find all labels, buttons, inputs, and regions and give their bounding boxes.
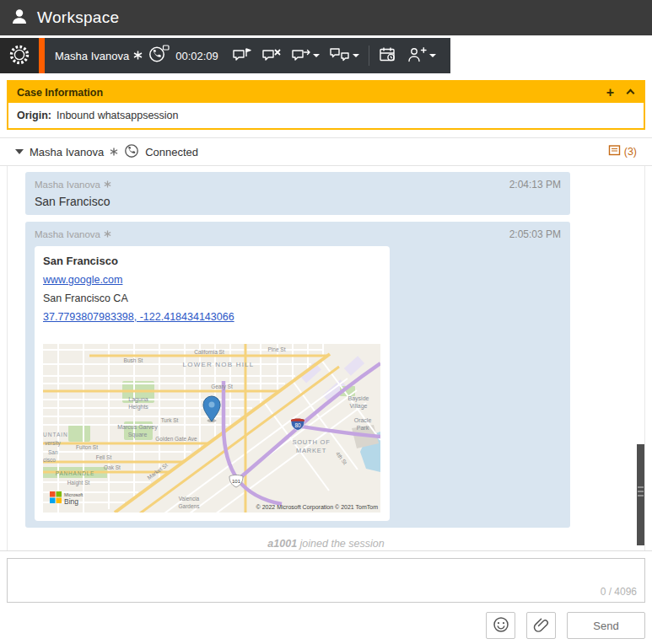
collapse-session-icon[interactable] xyxy=(15,149,24,154)
end-chat-icon xyxy=(232,47,252,65)
whatsapp-icon xyxy=(148,45,170,67)
map-label: Haight St xyxy=(67,480,90,486)
message-input-box: 0 / 4096 xyxy=(7,558,645,603)
shield-number: 80 xyxy=(294,422,301,428)
interaction-count: (3) xyxy=(624,146,637,158)
channel-asterisk-icon xyxy=(104,180,111,190)
emoji-button[interactable] xyxy=(486,612,515,639)
location-card: San Francisco www.google.com San Francis… xyxy=(35,246,390,521)
map-label: SOUTH OF xyxy=(292,438,330,446)
message-composer: 0 / 4096 Send xyxy=(0,550,652,639)
map-label: Oak St xyxy=(104,464,121,470)
app-title: Workspace xyxy=(37,8,119,27)
contact-name: Masha Ivanova xyxy=(55,50,129,62)
case-information-actions: + xyxy=(606,86,635,99)
map-label: Bayside xyxy=(348,395,369,402)
shield-number: 101 xyxy=(232,479,241,484)
map-label: Oracle xyxy=(354,417,372,423)
system-message: a1001 joined the session xyxy=(8,538,644,550)
char-counter: 0 / 4096 xyxy=(597,586,637,598)
interaction-accent-bar xyxy=(39,38,45,73)
chat-transcript[interactable]: Masha Ivanova 2:04:13 PM San Francisco M… xyxy=(7,166,645,550)
bing-map: LOWER NOB HILL California St Pine St Bus… xyxy=(43,344,380,513)
location-coordinates-link[interactable]: 37.7793807983398, -122.418434143066 xyxy=(43,310,381,324)
whatsapp-status-icon xyxy=(124,143,139,161)
map-label: versity xyxy=(45,440,62,447)
map-label: Gardens xyxy=(179,503,201,509)
map-label: PANHANDLE xyxy=(56,470,94,476)
interaction-notes-icon xyxy=(608,144,621,159)
scrollbar-thumb[interactable] xyxy=(637,444,644,545)
message-sender: Masha Ivanova xyxy=(35,229,111,239)
transfer-menu-caret-icon xyxy=(313,54,320,57)
workspace-logo-icon xyxy=(10,7,29,29)
map-label: Fulton St xyxy=(76,444,98,450)
chat-message: Masha Ivanova 2:05:03 PM San Francisco w… xyxy=(25,222,570,528)
map-label: Village xyxy=(350,403,368,410)
interaction-timer: 00:02:09 xyxy=(175,50,218,62)
message-sender: Masha Ivanova xyxy=(35,180,111,190)
mark-done-chat-button[interactable] xyxy=(257,44,286,68)
map-label: Heights xyxy=(128,404,148,411)
map-label: Fell St xyxy=(96,454,112,460)
location-map[interactable]: LOWER NOB HILL California St Pine St Bus… xyxy=(43,344,380,513)
map-label: Golden Gate Ave xyxy=(155,436,197,442)
add-case-data-button[interactable]: + xyxy=(606,86,614,99)
map-label: Bush St xyxy=(124,357,143,363)
map-label: cisco xyxy=(43,457,56,463)
interaction-party: Masha Ivanova xyxy=(55,50,143,62)
map-label: Marcus Garvey xyxy=(117,424,158,431)
message-timestamp: 2:04:13 PM xyxy=(509,179,561,191)
toolbar-separator xyxy=(369,46,369,66)
toolbar-filler xyxy=(450,38,652,73)
channel-asterisk-icon xyxy=(133,50,143,62)
message-input[interactable] xyxy=(8,559,644,602)
origin-label: Origin: xyxy=(17,110,51,121)
map-label: Laguna xyxy=(128,396,148,403)
message-text: San Francisco xyxy=(35,195,561,208)
case-information-panel: Case Information + Origin:Inbound whatsa… xyxy=(7,80,645,130)
end-chat-button[interactable] xyxy=(228,44,256,68)
map-label: UNTAIN xyxy=(43,432,68,437)
app-header: Workspace xyxy=(0,0,652,35)
send-button[interactable]: Send xyxy=(567,612,645,639)
case-information-title: Case Information xyxy=(17,87,103,99)
map-label: Geary St xyxy=(211,384,233,390)
location-url-link[interactable]: www.google.com xyxy=(43,273,381,287)
system-message-text: joined the session xyxy=(300,538,385,550)
add-participant-menu-caret-icon xyxy=(429,54,436,57)
bing-logo-text: Bing xyxy=(64,497,78,506)
attach-file-button[interactable] xyxy=(526,612,556,639)
message-header: Masha Ivanova 2:04:13 PM xyxy=(35,179,561,191)
origin-value: Inbound whatsappsession xyxy=(57,110,179,121)
map-label: Park xyxy=(357,425,369,431)
schedule-callback-icon xyxy=(379,46,397,65)
map-label: Valencia xyxy=(179,496,200,502)
mark-done-chat-icon xyxy=(261,47,282,65)
workspace-app: Workspace Masha Ivanova xyxy=(0,0,652,644)
collapse-case-info-button[interactable] xyxy=(626,86,635,99)
bing-logo-text: Microsoft xyxy=(64,492,84,497)
session-status: Connected xyxy=(145,146,198,158)
transfer-chat-button[interactable] xyxy=(287,44,324,68)
interaction-toolbar: Masha Ivanova 00:02:09 xyxy=(0,38,652,73)
chat-message: Masha Ivanova 2:04:13 PM San Francisco xyxy=(25,172,570,215)
chevron-up-icon xyxy=(627,89,635,98)
schedule-callback-button[interactable] xyxy=(374,43,401,68)
case-information-header[interactable]: Case Information + xyxy=(8,82,644,103)
interaction-count-wrap[interactable]: (3) xyxy=(608,144,637,159)
global-status-button[interactable] xyxy=(0,38,39,73)
map-label: California St xyxy=(194,349,224,355)
channel-asterisk-icon xyxy=(104,229,111,239)
map-label: LOWER NOB HILL xyxy=(183,361,255,368)
case-information-body: Origin:Inbound whatsappsession xyxy=(8,103,644,128)
map-label: Turk St xyxy=(161,417,179,423)
add-participant-icon xyxy=(407,46,427,65)
consult-menu-caret-icon xyxy=(353,54,359,57)
system-message-user: a1001 xyxy=(267,538,297,550)
sender-name: Masha Ivanova xyxy=(35,180,100,190)
location-title: San Francisco xyxy=(43,255,381,268)
add-participant-button[interactable] xyxy=(402,43,440,68)
consult-button[interactable] xyxy=(325,44,364,68)
consult-chat-icon xyxy=(329,47,350,65)
